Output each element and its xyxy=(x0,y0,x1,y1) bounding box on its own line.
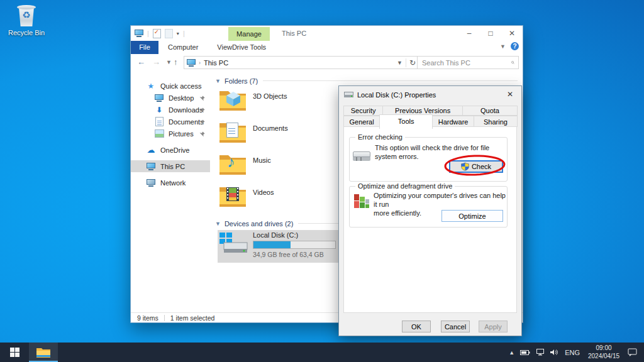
ribbon-expand-icon[interactable]: ▼ xyxy=(500,43,506,50)
computer-icon[interactable] xyxy=(135,30,143,37)
sidebar-item-quick-access[interactable]: ★ Quick access xyxy=(131,80,210,92)
recent-locations-icon[interactable]: ▼ xyxy=(166,59,172,65)
action-center-icon[interactable] xyxy=(628,348,638,356)
error-checking-text: This option will check the drive for fil… xyxy=(375,144,489,153)
sidebar-item-documents[interactable]: Documents xyxy=(131,116,210,128)
sidebar-label: Quick access xyxy=(160,82,201,90)
language-indicator[interactable]: ENG xyxy=(565,349,580,356)
collapse-chevron-icon: ▼ xyxy=(215,221,221,227)
new-folder-icon[interactable] xyxy=(165,29,173,38)
tools-tab-page: Error checking This option will check th… xyxy=(343,126,517,313)
taskbar-explorer-button[interactable] xyxy=(29,343,58,362)
forward-button[interactable]: → xyxy=(152,57,160,67)
capacity-bar-fill xyxy=(253,241,291,248)
properties-icon[interactable]: ✓ xyxy=(153,29,161,38)
sidebar-label: Pictures xyxy=(169,130,194,138)
system-tray: ▲ ENG 09:00 2024/04/15 xyxy=(509,343,644,362)
pin-icon xyxy=(199,107,205,114)
tab-quota[interactable]: Quota xyxy=(462,106,518,116)
ok-button[interactable]: OK xyxy=(402,321,431,332)
refresh-icon[interactable]: ↻ xyxy=(406,58,416,67)
separator: | xyxy=(147,30,149,37)
battery-icon[interactable] xyxy=(520,349,530,356)
onedrive-cloud-icon: ☁ xyxy=(146,145,156,155)
recycle-bin[interactable]: ♻ Recycle Bin xyxy=(6,5,47,36)
up-button[interactable]: ↑ xyxy=(174,57,178,67)
item-count: 9 items xyxy=(137,314,158,322)
capacity-bar xyxy=(253,241,336,249)
breadcrumb-this-pc[interactable]: This PC xyxy=(204,59,228,67)
item-label: Documents xyxy=(253,124,288,132)
tab-sharing[interactable]: Sharing xyxy=(474,116,518,127)
properties-dialog: Local Disk (C:) Properties ✕ Security Pr… xyxy=(338,85,522,336)
clock-time: 09:00 xyxy=(586,344,622,353)
maximize-button[interactable]: □ xyxy=(480,26,501,41)
navigation-bar: ← → ▼ ↑ › This PC ▼ ↻ xyxy=(131,54,523,71)
tray-expand-icon[interactable]: ▲ xyxy=(509,349,514,356)
sidebar-item-desktop[interactable]: Desktop xyxy=(131,92,210,104)
tab-computer[interactable]: Computer xyxy=(158,41,208,54)
sidebar-item-downloads[interactable]: ⬇ Downloads xyxy=(131,104,210,116)
folder-icon xyxy=(219,185,247,207)
item-label: Music xyxy=(253,156,271,164)
dialog-title: Local Disk (C:) Properties xyxy=(357,91,436,99)
ok-label: OK xyxy=(411,323,421,331)
network-icon[interactable] xyxy=(536,349,545,356)
section-title: Devices and drives (2) xyxy=(225,220,293,228)
back-button[interactable]: ← xyxy=(137,57,145,67)
close-button[interactable]: ✕ xyxy=(501,26,523,41)
apply-label: Apply xyxy=(484,323,502,331)
sidebar-label: This PC xyxy=(160,163,185,170)
sidebar-item-network[interactable]: Network xyxy=(131,177,210,189)
window-title: This PC xyxy=(282,30,306,37)
section-title: Folders (7) xyxy=(225,77,258,85)
film-strip-icon xyxy=(226,187,239,201)
tab-hardware[interactable]: Hardware xyxy=(432,116,474,127)
sidebar-label: Network xyxy=(160,179,186,187)
tab-general[interactable]: General xyxy=(343,116,380,127)
uac-shield-icon xyxy=(461,162,469,171)
search-box xyxy=(417,56,519,69)
folders-header[interactable]: ▼ Folders (7) xyxy=(215,75,518,86)
qat-dropdown-icon[interactable]: ▾ xyxy=(177,31,179,36)
start-button[interactable] xyxy=(0,343,29,362)
contextual-group-manage: Manage xyxy=(228,27,270,41)
item-label: Videos xyxy=(253,189,274,196)
minimize-button[interactable]: – xyxy=(458,26,480,41)
address-bar[interactable]: › This PC ▼ ↻ xyxy=(184,56,419,69)
tab-strip: Security Previous Versions Quota General… xyxy=(343,106,517,127)
check-button-label: Check xyxy=(472,163,491,170)
music-note-icon: ♪ xyxy=(227,153,235,171)
optimize-button[interactable]: Optimize xyxy=(441,210,503,222)
address-dropdown-icon[interactable]: ▼ xyxy=(397,60,402,66)
taskbar-clock[interactable]: 09:00 2024/04/15 xyxy=(586,344,622,360)
optimize-text: Optimizing your computer's drives can he… xyxy=(374,192,507,209)
sidebar-item-pictures[interactable]: Pictures xyxy=(131,128,210,140)
tab-drive-tools[interactable]: Drive Tools xyxy=(228,41,270,54)
recycle-bin-icon: ♻ xyxy=(17,5,36,28)
sidebar-label: OneDrive xyxy=(160,146,189,154)
cancel-button[interactable]: Cancel xyxy=(441,321,470,332)
cancel-label: Cancel xyxy=(445,323,466,331)
search-input[interactable] xyxy=(418,59,511,67)
group-legend: Optimize and defragment drive xyxy=(355,182,455,190)
tab-file[interactable]: File xyxy=(131,41,158,54)
network-icon xyxy=(146,179,156,187)
sidebar-item-onedrive[interactable]: ☁ OneDrive xyxy=(131,144,210,156)
folder-icon xyxy=(219,121,247,143)
help-icon[interactable]: ? xyxy=(511,42,519,50)
desktop-icon xyxy=(154,94,164,102)
sidebar-item-this-pc[interactable]: This PC xyxy=(131,160,210,172)
breadcrumb-chevron-icon: › xyxy=(199,60,201,66)
optimize-button-label: Optimize xyxy=(458,212,486,220)
document-icon xyxy=(154,117,164,126)
drive-name: Local Disk (C:) xyxy=(253,231,336,239)
check-button[interactable]: Check xyxy=(449,160,503,173)
file-explorer-icon xyxy=(36,347,51,358)
tab-tools[interactable]: Tools xyxy=(379,114,433,129)
tab-security[interactable]: Security xyxy=(343,106,383,116)
dialog-close-icon[interactable]: ✕ xyxy=(499,86,521,102)
folder-icon xyxy=(219,89,247,111)
recycle-bin-label: Recycle Bin xyxy=(6,29,47,36)
volume-icon[interactable] xyxy=(550,349,559,356)
